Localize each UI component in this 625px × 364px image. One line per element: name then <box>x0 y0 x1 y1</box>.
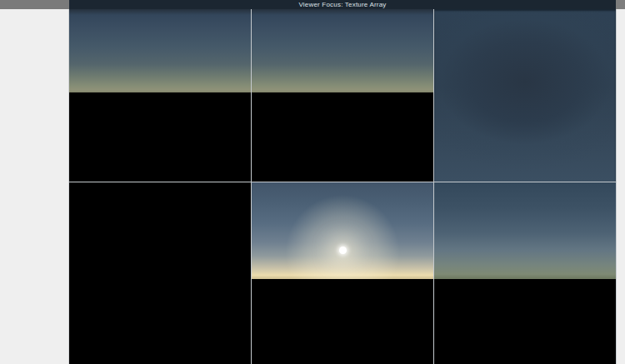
texture-slice-image-1 <box>252 9 433 92</box>
texture-slice-image-4 <box>252 182 433 279</box>
texture-slice-2[interactable] <box>434 9 616 182</box>
texture-slice-image-3 <box>69 182 251 364</box>
texture-slice-3[interactable] <box>69 182 251 364</box>
texture-slice-image-2 <box>434 9 616 182</box>
top-right-gray-bar <box>616 0 625 9</box>
texture-slice-image-5 <box>434 182 616 279</box>
top-left-gray-bar <box>0 0 69 9</box>
right-panel-strip <box>616 9 625 364</box>
texture-slice-image-0 <box>69 9 251 92</box>
texture-slice-1[interactable] <box>252 9 433 182</box>
left-tool-panel <box>0 9 69 364</box>
sun-glow <box>252 182 433 279</box>
viewer-title: Viewer Focus: Texture Array <box>298 0 386 9</box>
texture-slice-4[interactable] <box>252 182 433 364</box>
viewer-title-bar: Viewer Focus: Texture Array <box>69 0 616 9</box>
texture-slice-0[interactable] <box>69 9 251 182</box>
texture-slice-5[interactable] <box>434 182 616 364</box>
sun-dot <box>339 247 347 254</box>
texture-array-grid <box>69 9 616 364</box>
